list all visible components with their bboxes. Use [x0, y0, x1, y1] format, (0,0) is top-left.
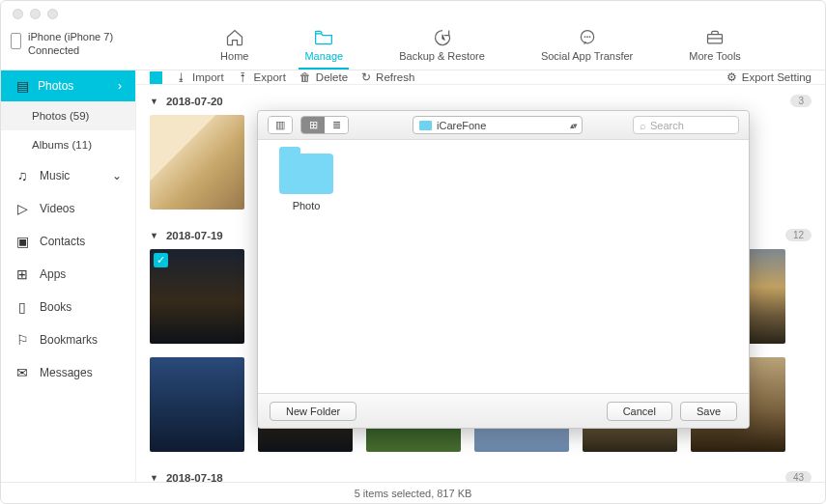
tab-backup[interactable]: Backup & Restore	[393, 26, 491, 70]
sidebar-item-label: Bookmarks	[40, 333, 98, 347]
group-count-badge: 3	[790, 95, 812, 107]
group-count-badge: 12	[785, 229, 812, 241]
button-label: Cancel	[623, 406, 656, 417]
home-icon	[224, 28, 245, 47]
tab-more[interactable]: More Tools	[683, 26, 747, 70]
select-all-checkbox[interactable]	[150, 71, 162, 84]
tab-manage[interactable]: Manage	[299, 26, 349, 70]
group-date: 2018-07-18	[166, 472, 223, 483]
search-placeholder: Search	[650, 120, 684, 131]
column-view-icon[interactable]: ▥	[269, 117, 292, 133]
dialog-file-area[interactable]: Photo	[258, 140, 749, 393]
search-icon: ⌕	[640, 120, 646, 131]
tab-label: More Tools	[689, 50, 741, 62]
tab-label: Backup & Restore	[399, 50, 485, 62]
sidebar-item-contacts[interactable]: ▣Contacts	[1, 225, 135, 258]
app-header: iPhone (iPhone 7) Connected Home Manage …	[1, 26, 825, 70]
group-date: 2018-07-19	[166, 230, 223, 241]
cancel-button[interactable]: Cancel	[607, 402, 672, 421]
save-dialog: ▥ ⊞ ≣ iCareFone ▴▾ ⌕ Search Photo New Fo…	[257, 110, 750, 429]
folder-path-label: iCareFone	[437, 120, 486, 131]
import-icon: ⭳	[176, 71, 187, 83]
photo-thumbnail[interactable]	[150, 357, 244, 452]
sidebar-sub-photos[interactable]: Photos (59)	[1, 101, 135, 130]
photo-icon: ▤	[14, 78, 30, 94]
group-date: 2018-07-20	[166, 96, 223, 107]
top-tabs: Home Manage Backup & Restore Social App …	[136, 26, 825, 70]
view-mode-seg[interactable]: ⊞ ≣	[300, 116, 349, 134]
folder-path-dropdown[interactable]: iCareFone ▴▾	[413, 116, 583, 134]
updown-icon: ▴▾	[570, 121, 576, 130]
new-folder-button[interactable]: New Folder	[270, 402, 356, 421]
tab-social[interactable]: Social App Transfer	[535, 26, 639, 70]
disclosure-triangle-icon: ▼	[150, 231, 158, 240]
sidebar-item-label: Apps	[40, 267, 66, 281]
status-bar: 5 items selected, 817 KB	[1, 482, 825, 503]
sidebar-toggle-seg[interactable]: ▥	[268, 116, 293, 134]
refresh-icon: ↻	[361, 70, 371, 84]
import-button[interactable]: ⭳Import	[176, 71, 224, 83]
window-titlebar	[1, 1, 825, 26]
folder-item[interactable]: Photo	[271, 154, 341, 211]
folder-icon	[313, 28, 334, 47]
sidebar-sub-albums[interactable]: Albums (11)	[1, 130, 135, 159]
group-count-badge: 43	[785, 471, 812, 482]
delete-button[interactable]: 🗑Delete	[299, 71, 348, 83]
button-label: New Folder	[286, 406, 340, 417]
date-group-header[interactable]: ▼ 2018-07-20 3	[136, 85, 825, 113]
button-label: Import	[192, 71, 224, 83]
sidebar-item-messages[interactable]: ✉Messages	[1, 356, 135, 389]
tab-label: Social App Transfer	[541, 50, 633, 62]
minimize-window-icon[interactable]	[30, 9, 41, 19]
refresh-button[interactable]: ↻Refresh	[361, 70, 414, 84]
sidebar-item-music[interactable]: ♫Music⌄	[1, 159, 135, 192]
status-text: 5 items selected, 817 KB	[355, 488, 472, 499]
content-toolbar: ⭳Import ⭱Export 🗑Delete ↻Refresh ⚙Export…	[136, 70, 825, 85]
photo-thumbnail[interactable]	[150, 249, 244, 344]
sidebar-item-videos[interactable]: ▷Videos	[1, 192, 135, 225]
svg-point-3	[588, 36, 590, 38]
dialog-toolbar: ▥ ⊞ ≣ iCareFone ▴▾ ⌕ Search	[258, 111, 749, 140]
sidebar-item-label: Albums (11)	[32, 139, 92, 151]
tab-home[interactable]: Home	[214, 26, 254, 70]
folder-icon	[419, 121, 432, 130]
sidebar-item-bookmarks[interactable]: ⚐Bookmarks	[1, 323, 135, 356]
maximize-window-icon[interactable]	[47, 9, 58, 19]
device-status: Connected	[28, 43, 136, 57]
sidebar-item-photos[interactable]: ▤Photos ›	[1, 70, 135, 101]
export-button[interactable]: ⭱Export	[238, 71, 286, 83]
traffic-lights[interactable]	[13, 9, 58, 19]
save-button[interactable]: Save	[680, 402, 737, 421]
button-label: Export	[254, 71, 286, 83]
close-window-icon[interactable]	[13, 9, 23, 19]
sidebar-item-apps[interactable]: ⊞Apps	[1, 258, 135, 291]
sidebar-item-label: Contacts	[40, 235, 85, 248]
search-input[interactable]: ⌕ Search	[633, 116, 739, 134]
list-view-icon[interactable]: ≣	[325, 117, 348, 133]
grid-icon: ⊞	[14, 266, 30, 282]
folder-icon	[279, 154, 333, 194]
date-group-header[interactable]: ▼ 2018-07-18 43	[136, 462, 825, 482]
music-icon: ♫	[14, 168, 30, 183]
disclosure-triangle-icon: ▼	[150, 473, 158, 483]
export-setting-button[interactable]: ⚙Export Setting	[726, 70, 812, 84]
tab-label: Home	[220, 50, 248, 62]
device-info: iPhone (iPhone 7) Connected	[1, 26, 136, 70]
tab-label: Manage	[304, 50, 343, 62]
contact-icon: ▣	[14, 234, 30, 249]
chevron-down-icon: ⌄	[112, 169, 122, 182]
svg-point-1	[584, 36, 585, 38]
photo-thumbnail[interactable]	[150, 115, 244, 210]
button-label: Save	[697, 406, 721, 417]
toolbox-icon	[704, 28, 726, 47]
trash-icon: 🗑	[299, 71, 311, 83]
sidebar-item-label: Photos	[38, 79, 73, 93]
sidebar-item-label: Messages	[40, 366, 93, 379]
sidebar-item-label: Videos	[40, 202, 74, 215]
sidebar-item-label: Books	[40, 300, 71, 314]
play-icon: ▷	[14, 201, 30, 216]
chevron-right-icon: ›	[118, 79, 122, 93]
sidebar-item-books[interactable]: ▯Books	[1, 291, 135, 323]
icon-view-icon[interactable]: ⊞	[301, 117, 325, 133]
button-label: Delete	[316, 71, 348, 83]
